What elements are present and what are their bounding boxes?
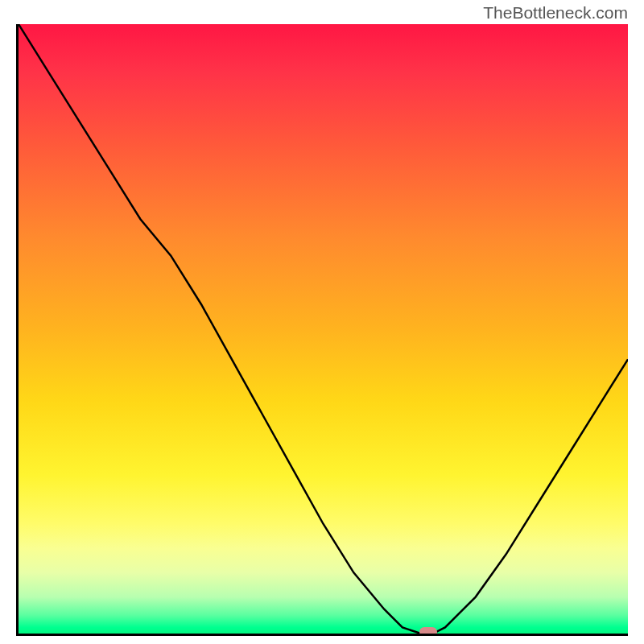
curve-svg	[19, 24, 628, 634]
chart-plot-area	[16, 24, 628, 636]
optimal-point-marker	[419, 627, 437, 636]
watermark-text: TheBottleneck.com	[483, 3, 628, 23]
bottleneck-curve	[19, 24, 628, 634]
